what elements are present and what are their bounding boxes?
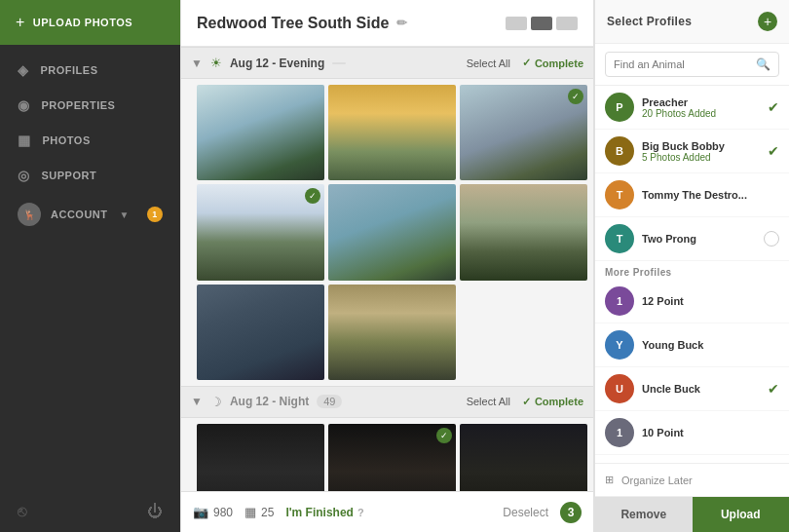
- section-evening-select-all[interactable]: Select All: [467, 57, 510, 69]
- section-evening-complete[interactable]: ✓ Complete: [522, 57, 583, 69]
- section-night-complete[interactable]: ✓ Complete: [522, 396, 583, 408]
- photos-icon: ▦: [18, 133, 31, 148]
- sidebar-item-account[interactable]: 🦌 ACCOUNT ▼ 1: [0, 193, 180, 236]
- profile-item-young-buck[interactable]: Y Young Buck: [595, 323, 789, 367]
- upload-photos-button[interactable]: + UPLOAD PHOTOS: [0, 0, 180, 45]
- view-list-button[interactable]: [506, 17, 527, 30]
- photo-thumb[interactable]: ✓: [460, 85, 587, 180]
- photo-thumb[interactable]: [460, 184, 587, 280]
- sidebar-item-photos[interactable]: ▦ PHOTOS: [0, 123, 180, 158]
- section-evening-header: ▼ ☀ Aug 12 - Evening Select All ✓ Comple…: [181, 47, 593, 79]
- section-night-header: ▼ ☽ Aug 12 - Night 49 Select All ✓ Compl…: [181, 386, 593, 418]
- profile-check-empty: [764, 231, 779, 247]
- main-header: Redwood Tree South Side ✏: [181, 0, 593, 47]
- profile-item-12point[interactable]: 1 12 Point: [595, 280, 789, 323]
- app-container: + UPLOAD PHOTOS ◈ PROFILES ◉ PROPERTIES …: [0, 0, 789, 532]
- photo-thumb[interactable]: [197, 85, 324, 180]
- deselect-button[interactable]: Deselect: [503, 506, 548, 519]
- profile-check-icon: ✔: [768, 381, 779, 397]
- notification-badge: 1: [147, 207, 163, 222]
- add-profile-button[interactable]: +: [758, 12, 777, 31]
- photo-thumb[interactable]: [197, 424, 324, 491]
- panel-search: 🔍: [595, 44, 789, 86]
- view-grid-button[interactable]: [531, 17, 552, 30]
- edit-icon[interactable]: ✏: [396, 16, 407, 30]
- upload-photos-label: UPLOAD PHOTOS: [33, 17, 132, 28]
- finished-button[interactable]: I'm Finished ?: [285, 506, 363, 519]
- avatar: B: [605, 136, 634, 166]
- profile-item-two-prong[interactable]: T Two Prong: [595, 217, 789, 261]
- properties-label: PROPERTIES: [42, 99, 116, 111]
- photo-thumb[interactable]: ✓: [197, 184, 324, 280]
- remove-button[interactable]: Remove: [595, 497, 693, 532]
- profile-info: 12 Point: [642, 295, 779, 307]
- profiles-icon: ◈: [18, 62, 29, 78]
- profile-item-tommy[interactable]: T Tommy The Destro...: [595, 173, 789, 217]
- support-icon: ◎: [18, 168, 30, 183]
- sidebar-nav: ◈ PROFILES ◉ PROPERTIES ▦ PHOTOS ◎ SUPPO…: [0, 45, 180, 491]
- profile-info: Two Prong: [642, 233, 756, 245]
- profile-list[interactable]: P Preacher 20 Photos Added ✔ B Big Buck …: [595, 86, 789, 463]
- photo-thumb[interactable]: [328, 85, 456, 180]
- panel-title: Select Profiles: [607, 15, 692, 28]
- upload-button[interactable]: Upload: [693, 497, 790, 532]
- section-evening-toggle[interactable]: ▼: [191, 57, 203, 70]
- sidebar-item-profiles[interactable]: ◈ PROFILES: [0, 53, 180, 88]
- photos-scroll-area[interactable]: ▼ ☀ Aug 12 - Evening Select All ✓ Comple…: [181, 47, 593, 491]
- camera-icon: 📷: [193, 505, 208, 519]
- photo-thumb[interactable]: ✓: [328, 424, 456, 491]
- photos-stat: 📷 980: [193, 505, 233, 519]
- photo-thumb[interactable]: [197, 285, 324, 380]
- profile-check-icon: ✔: [768, 143, 779, 159]
- profile-sub: 5 Photos Added: [642, 152, 760, 163]
- photo-thumb[interactable]: [328, 285, 456, 380]
- photo-thumb[interactable]: [328, 184, 456, 280]
- account-arrow-icon: ▼: [120, 209, 130, 220]
- video-icon: ▦: [244, 505, 256, 519]
- properties-icon: ◉: [18, 97, 30, 113]
- view-large-button[interactable]: [556, 17, 578, 30]
- organize-later-button[interactable]: ⊞ Organize Later: [595, 464, 789, 497]
- section-night-date: Aug 12 - Night: [230, 395, 309, 408]
- search-icon: 🔍: [756, 57, 770, 71]
- section-night-count: 49: [317, 395, 342, 408]
- title-text: Redwood Tree South Side: [197, 15, 389, 32]
- avatar: 🦌: [18, 203, 41, 226]
- sidebar-item-properties[interactable]: ◉ PROPERTIES: [0, 88, 180, 123]
- profile-item-bobby[interactable]: B Big Buck Bobby 5 Photos Added ✔: [595, 130, 789, 173]
- photo-grid-night: ✓: [181, 418, 593, 491]
- avatar: T: [605, 224, 634, 253]
- sidebar-footer: ⎋ ⏻: [0, 491, 180, 532]
- check-icon: ✓: [522, 396, 531, 408]
- account-label: ACCOUNT: [51, 209, 108, 220]
- profile-item-10point[interactable]: 1 10 Point: [595, 411, 789, 455]
- search-input[interactable]: [614, 58, 750, 70]
- moon-icon: ☽: [210, 395, 222, 409]
- section-evening-count: [332, 62, 346, 64]
- photo-thumb[interactable]: [460, 424, 587, 491]
- selected-check: ✓: [436, 428, 452, 443]
- section-night-toggle[interactable]: ▼: [191, 395, 203, 408]
- profile-item-uncle-buck[interactable]: U Uncle Buck ✔: [595, 367, 789, 411]
- power-icon[interactable]: ⏻: [147, 503, 163, 520]
- profile-check-icon: ✔: [768, 99, 779, 115]
- section-evening-date: Aug 12 - Evening: [230, 57, 324, 70]
- page-title: Redwood Tree South Side ✏: [197, 15, 407, 32]
- more-profiles-label: More Profiles: [595, 261, 789, 280]
- profile-name: Big Buck Bobby: [642, 140, 760, 152]
- photos-label: PHOTOS: [43, 134, 91, 146]
- section-night-select-all[interactable]: Select All: [467, 396, 510, 407]
- profile-info: Uncle Buck: [642, 383, 760, 395]
- avatar: Y: [605, 330, 634, 360]
- profile-name: Preacher: [642, 96, 760, 108]
- avatar: U: [605, 374, 634, 403]
- profile-item-preacher[interactable]: P Preacher 20 Photos Added ✔: [595, 86, 789, 130]
- bottom-bar: 📷 980 ▦ 25 I'm Finished ? Deselect 3: [181, 491, 593, 532]
- plus-icon: +: [16, 14, 25, 31]
- panel-header: Select Profiles +: [595, 0, 789, 44]
- selected-count-badge: 3: [560, 502, 582, 523]
- view-controls: [506, 17, 578, 30]
- sidebar-item-support[interactable]: ◎ SUPPORT: [0, 158, 180, 193]
- logout-icon[interactable]: ⎋: [18, 503, 27, 520]
- profile-info: Young Buck: [642, 339, 779, 351]
